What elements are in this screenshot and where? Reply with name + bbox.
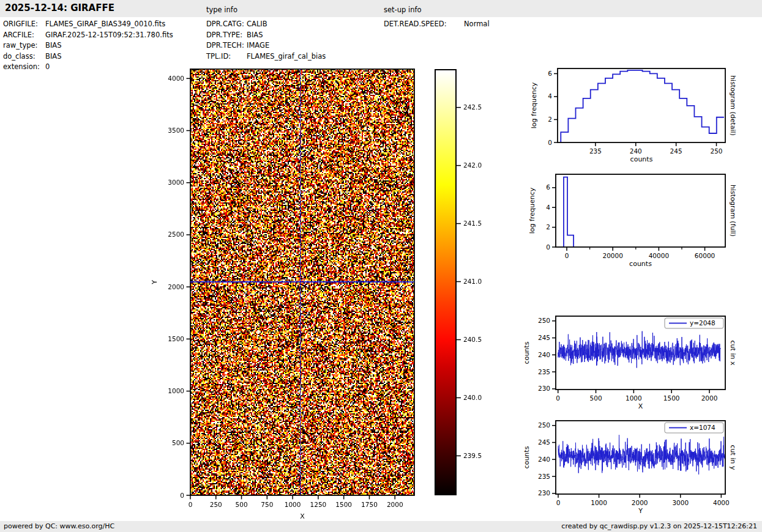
footer-left-text: powered by QC: www.eso.org/HC: [4, 522, 114, 530]
svg-text:250: 250: [210, 501, 222, 508]
svg-text:500: 500: [236, 501, 248, 508]
meta-label: extension:: [3, 62, 45, 73]
histogram-detail-step-line: [561, 70, 724, 142]
cut-in-x-legend: y=2048: [665, 318, 723, 328]
main-image-axes: 0250500750100012501500175020000500100015…: [147, 61, 465, 532]
page-title: 2025-12-14: GIRAFFE: [5, 2, 114, 13]
main-image-xlabel: X: [300, 512, 305, 520]
histogram-full-chart: 02000040000600000246countslog frequencyh…: [520, 168, 762, 273]
svg-text:0: 0: [546, 243, 550, 251]
histogram-full-ylabel: log frequency: [528, 187, 536, 234]
svg-text:240.5: 240.5: [463, 336, 482, 343]
footer-right-text: created by qc_rawdisp.py v1.2.3 on 2025-…: [561, 522, 757, 530]
histogram-detail-xlabel: counts: [630, 155, 653, 163]
svg-text:2: 2: [546, 223, 550, 231]
svg-text:2: 2: [548, 116, 552, 123]
meta-label: DET.READ.SPEED:: [384, 19, 464, 30]
main-image-ylabel: Y: [151, 280, 159, 285]
type-info-block: DPR.CATG:CALIB DPR.TYPE:BIAS DPR.TECH:IM…: [206, 19, 326, 62]
meta-row: TPL.ID:FLAMES_giraf_cal_bias: [206, 51, 326, 62]
meta-value: CALIB: [247, 20, 267, 28]
histogram-full-side-label: histogram (full): [729, 185, 737, 237]
svg-text:245: 245: [538, 438, 550, 446]
svg-text:6: 6: [548, 70, 552, 77]
crosshair-horizontal-line: [190, 281, 414, 283]
meta-row: DET.READ.SPEED:Normal: [384, 19, 490, 30]
svg-text:2000: 2000: [387, 501, 403, 508]
meta-value: GIRAF.2025-12-15T09:52:31.780.fits: [45, 31, 173, 39]
svg-text:240: 240: [630, 147, 642, 155]
meta-label: ARCFILE:: [3, 30, 45, 41]
cut-in-x-ylabel: counts: [523, 341, 531, 364]
svg-text:245: 245: [670, 147, 682, 155]
svg-text:3500: 3500: [168, 127, 184, 134]
cut-in-x-side-label: cut in x: [729, 341, 737, 366]
svg-text:245: 245: [538, 334, 550, 341]
svg-text:241.0: 241.0: [463, 278, 482, 285]
svg-text:241.5: 241.5: [463, 220, 482, 227]
meta-value: 0: [45, 62, 50, 71]
meta-label: do_class:: [3, 51, 45, 62]
svg-text:1000: 1000: [591, 499, 607, 506]
svg-text:240.0: 240.0: [463, 394, 482, 401]
svg-text:750: 750: [261, 501, 273, 508]
qc-report-page: 2025-12-14: GIRAFFE type info set-up inf…: [0, 0, 762, 532]
svg-text:235: 235: [538, 368, 550, 375]
svg-text:235: 235: [589, 147, 602, 155]
cut-in-x-chart: 0500100015002000230235240245250Xcountscu…: [520, 309, 762, 414]
svg-text:x=1074: x=1074: [690, 424, 715, 431]
svg-text:3000: 3000: [168, 179, 184, 186]
meta-label: DPR.TECH:: [206, 40, 247, 51]
svg-text:235: 235: [538, 473, 550, 480]
svg-text:0: 0: [565, 252, 569, 259]
cut-in-y-chart: 01000200030004000230235240245250Ycountsc…: [520, 413, 762, 519]
svg-text:1000: 1000: [168, 387, 184, 394]
svg-text:230: 230: [538, 489, 550, 497]
svg-text:2000: 2000: [168, 283, 184, 290]
svg-text:1000: 1000: [626, 394, 642, 402]
svg-text:0: 0: [180, 492, 184, 499]
meta-value: FLAMES_giraf_cal_bias: [247, 52, 326, 61]
svg-text:500: 500: [172, 439, 184, 446]
svg-text:4: 4: [546, 204, 550, 211]
meta-row: DPR.CATG:CALIB: [206, 19, 326, 30]
svg-text:4000: 4000: [713, 499, 730, 506]
svg-text:4000: 4000: [168, 75, 184, 82]
svg-text:239.5: 239.5: [463, 452, 482, 459]
histogram-detail-chart: 2352402452500246countslog frequencyhisto…: [520, 63, 762, 168]
meta-value: IMAGE: [247, 41, 269, 50]
cut-in-y-side-label: cut in y: [729, 445, 737, 470]
svg-text:6: 6: [546, 183, 550, 191]
svg-text:230: 230: [538, 385, 550, 392]
svg-text:20000: 20000: [603, 252, 623, 259]
svg-text:0: 0: [556, 499, 561, 506]
section-label-type-info: type info: [206, 6, 237, 14]
svg-text:0: 0: [189, 501, 193, 508]
colorbar-ticks: 242.5242.0241.5241.0240.5240.0239.5: [457, 64, 502, 500]
svg-text:1500: 1500: [168, 335, 184, 342]
meta-label: ORIGFILE:: [3, 19, 45, 30]
svg-text:242.5: 242.5: [463, 103, 482, 111]
meta-label: raw_type:: [3, 40, 45, 51]
meta-row: DPR.TECH:IMAGE: [206, 40, 326, 51]
meta-row: ORIGFILE:FLAMES_GIRAF_BIAS349_0010.fits: [3, 19, 173, 30]
svg-text:1000: 1000: [285, 501, 301, 508]
svg-text:y=2048: y=2048: [690, 319, 715, 327]
svg-text:2000: 2000: [632, 499, 648, 506]
section-label-setup-info: set-up info: [384, 6, 422, 14]
meta-value: BIAS: [45, 52, 61, 61]
svg-text:0: 0: [556, 394, 560, 402]
footer-bar: powered by QC: www.eso.org/HC created by…: [0, 521, 762, 532]
meta-row: DPR.TYPE:BIAS: [206, 30, 326, 41]
svg-text:250: 250: [710, 147, 722, 155]
svg-text:1250: 1250: [310, 501, 327, 508]
cut-in-y-noise-line: [558, 435, 725, 475]
meta-value: FLAMES_GIRAF_BIAS349_0010.fits: [45, 20, 165, 28]
meta-row: ARCFILE:GIRAF.2025-12-15T09:52:31.780.fi…: [3, 30, 173, 41]
svg-text:2000: 2000: [701, 394, 718, 402]
svg-text:2500: 2500: [168, 231, 184, 238]
meta-label: DPR.TYPE:: [206, 30, 247, 41]
meta-value: BIAS: [45, 41, 61, 50]
cut-in-x-noise-line: [558, 331, 721, 368]
svg-text:250: 250: [538, 317, 550, 324]
